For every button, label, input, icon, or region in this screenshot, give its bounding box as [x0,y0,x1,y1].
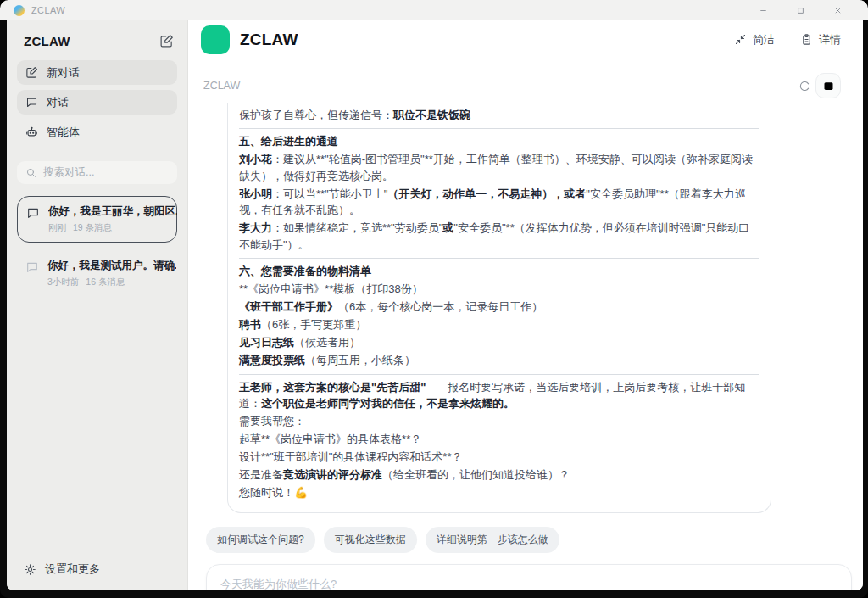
new-chat-icon [25,66,38,79]
message-line: 见习日志纸（候选者用） [239,334,760,351]
message-line: 李大力：如果情绪稳定，竞选**"劳动委员"或"安全委员"**（发挥体力优势，但必… [239,220,760,253]
conversation-icon [26,206,40,220]
conversation-item[interactable]: 你好，我是测试用户。请确... 3小时前 16 条消息 [17,251,177,296]
window-controls [744,1,856,20]
compose-icon[interactable] [159,34,174,48]
conversation-item-selected[interactable]: 你好，我是王丽华，朝阳区... 刚刚 19 条消息 [17,196,177,243]
details-button[interactable]: 详情 [800,32,841,48]
main-panel: ZCLAW 简洁 详情 ZCLAW [188,20,863,590]
conversation-list: 你好，我是王丽华，朝阳区... 刚刚 19 条消息 你好，我是测试用户。请确..… [17,196,177,296]
gear-icon [24,563,36,576]
sidebar-item-label: 智能体 [47,125,80,140]
sidebar-item-agents[interactable]: 智能体 [17,120,177,144]
minimize-button[interactable] [744,1,782,20]
message-line: 王老师，这套方案的核心是"先苦后甜"——报名时要写承诺，当选后要培训，上岗后要考… [239,379,760,412]
compact-mode-label: 简洁 [753,32,775,48]
collapse-icon [734,33,747,46]
maximize-button[interactable] [782,1,819,20]
message-line: 《班干部工作手册》（6本，每个核心岗一本，记录每日工作） [239,299,760,316]
suggestion-chip[interactable]: 可视化这些数据 [324,527,417,553]
conversation-title: 你好，我是测试用户。请确... [47,259,176,273]
conversation-time: 刚刚 [48,222,66,234]
sidebar-header: ZCLAW [7,20,187,59]
message-divider [239,374,760,375]
composer[interactable]: 今天我能为你做些什么? 闪速 GLM-4.7 [206,564,852,590]
message-line: **《岗位申请书》**模板（打印38份） [239,281,760,298]
brand-logo [201,25,230,54]
suggestion-chip[interactable]: 详细说明第一步该怎么做 [426,527,559,553]
os-window-title: ZCLAW [31,5,65,15]
message-divider [239,128,760,129]
chat-body: ZCLAW 保护孩子自尊心，但传递信号：职位不是铁饭碗五、给后进生的通道刘小花：… [188,59,863,590]
search-input[interactable]: 搜索对话... [17,161,177,184]
message-line: 刘小花：建议从**"轮值岗-图书管理员"**开始，工作简单（整理书）、环境安静、… [239,151,760,184]
sidebar-item-chats[interactable]: 对话 [17,90,177,115]
clipboard-icon [800,33,813,46]
conversation-title: 你好，我是王丽华，朝阳区... [48,204,177,219]
conversation-time: 3小时前 [47,277,79,288]
message-body: 保护孩子自尊心，但传递信号：职位不是铁饭碗五、给后进生的通道刘小花：建议从**"… [239,107,760,501]
message-line: 您随时说！💪 [239,484,760,501]
conversation-icon [25,260,39,274]
search-placeholder: 搜索对话... [43,165,94,180]
minimize-icon [759,6,768,15]
conversation-count: 16 条消息 [86,277,125,288]
assistant-message-bubble: 保护孩子自尊心，但传递信号：职位不是铁饭碗五、给后进生的通道刘小花：建议从**"… [227,103,771,513]
message-line: 需要我帮您： [239,413,760,430]
compact-mode-button[interactable]: 简洁 [734,32,775,48]
conversation-text: 你好，我是王丽华，朝阳区... 刚刚 19 条消息 [48,204,177,234]
sidebar-item-new-chat[interactable]: 新对话 [17,60,177,85]
sidebar: ZCLAW 新对话 对话 智能体 搜索对话... [7,20,188,590]
message-controls [798,73,841,98]
os-titlebar: ZCLAW [0,0,868,20]
chat-bubble-icon [25,96,38,109]
message-line: 设计**"班干部培训"的具体课程内容和话术**？ [239,449,760,466]
message-meta-row: ZCLAW [203,73,841,98]
message-line: 还是准备竞选演讲的评分标准（给全班看的，让他们知道投给谁）？ [239,467,760,483]
message-line: 起草**《岗位申请书》的具体表格**？ [239,431,760,448]
app-icon [14,5,25,16]
side-panel-toggle-button[interactable] [815,73,841,98]
suggestion-chip[interactable]: 如何调试这个问题? [206,527,315,553]
sidebar-nav: 新对话 对话 智能体 [7,59,187,144]
message-line: 满意度投票纸（每周五用，小纸条） [239,352,760,369]
conversation-meta: 3小时前 16 条消息 [47,277,176,288]
settings-label: 设置和更多 [45,562,100,577]
app-screen: ZCLAW ZCLAW 新对话 对话 [0,0,868,598]
composer-placeholder: 今天我能为你做些什么? [220,577,337,590]
sidebar-item-label: 新对话 [47,65,80,81]
message-line: 保护孩子自尊心，但传递信号：职位不是铁饭碗 [239,107,760,124]
sidebar-title: ZCLAW [24,34,70,48]
settings-button[interactable]: 设置和更多 [24,562,100,577]
message-divider [239,258,760,259]
maximize-icon [796,6,805,15]
conversation-text: 你好，我是测试用户。请确... 3小时前 16 条消息 [47,259,176,288]
message-sender: ZCLAW [203,80,240,92]
message-line: 五、给后进生的通道 [239,133,760,150]
conversation-meta: 刚刚 19 条消息 [48,222,177,234]
header-actions: 简洁 详情 [734,32,841,48]
refresh-icon[interactable] [798,80,811,92]
close-button[interactable] [819,1,856,20]
robot-icon [25,126,38,138]
conversation-count: 19 条消息 [73,222,112,234]
suggestion-chips: 如何调试这个问题? 可视化这些数据 详细说明第一步该怎么做 [206,527,863,553]
brand-title: ZCLAW [240,31,298,49]
sidebar-item-label: 对话 [47,95,69,110]
app-window: ZCLAW 新对话 对话 智能体 搜索对话... [7,20,863,590]
search-icon [25,167,36,178]
message-line: 六、您需要准备的物料清单 [239,263,760,280]
chat-header: ZCLAW 简洁 详情 [188,20,863,59]
close-icon [833,6,843,15]
panel-icon [822,80,835,92]
details-label: 详情 [819,32,841,48]
message-line: 聘书（6张，手写更郑重） [239,316,760,333]
message-line: 张小明：可以当**"节能小卫士"（开关灯，动作单一，不易走神），或者"安全委员助… [239,186,760,219]
